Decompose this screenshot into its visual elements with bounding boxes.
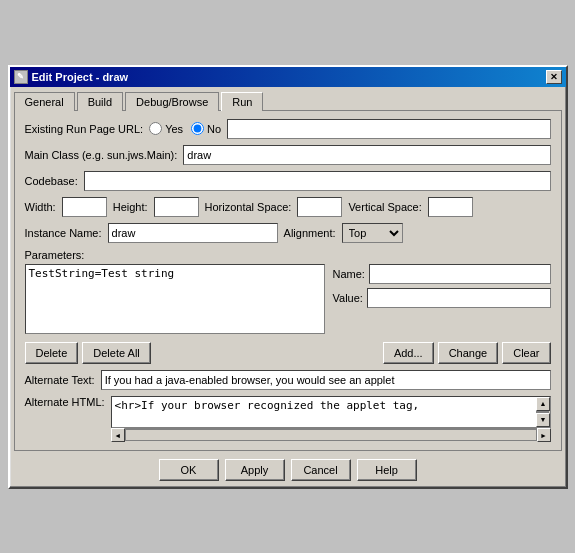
alternate-html-textarea[interactable]: <hr>If your browser recognized the apple… [112,397,536,427]
radio-yes[interactable] [149,122,162,135]
parameters-body: TestString=Test string Name: Value: [25,264,551,334]
value-label: Value: [333,292,363,304]
alternate-text-input[interactable] [101,370,551,390]
bottom-buttons: OK Apply Cancel Help [10,451,566,487]
tab-content: Existing Run Page URL: Yes No Main Class… [14,110,562,451]
tab-build[interactable]: Build [77,92,123,111]
width-input[interactable] [62,197,107,217]
height-label: Height: [113,201,148,213]
instance-name-input[interactable] [108,223,278,243]
width-label: Width: [25,201,56,213]
main-class-input[interactable] [183,145,550,165]
title-bar-left: ✎ Edit Project - draw [14,70,129,84]
alignment-label: Alignment: [284,227,336,239]
apply-button[interactable]: Apply [225,459,285,481]
ok-button[interactable]: OK [159,459,219,481]
alternate-html-box: <hr>If your browser recognized the apple… [111,396,551,428]
scroll-left-arrow[interactable]: ◄ [111,428,125,442]
name-label: Name: [333,268,365,280]
window-icon: ✎ [14,70,28,84]
alternate-html-label: Alternate HTML: [25,396,105,408]
codebase-label: Codebase: [25,175,78,187]
parameters-section: Parameters: TestString=Test string Name:… [25,249,551,364]
param-right: Name: Value: [333,264,551,334]
add-button[interactable]: Add... [383,342,434,364]
param-actions-row: Delete Delete All Add... Change Clear [25,338,551,364]
dimensions-row: Width: Height: Horizontal Space: Vertica… [25,197,551,217]
alignment-select[interactable]: Top Bottom Left Right Middle [342,223,403,243]
main-window: ✎ Edit Project - draw ✕ General Build De… [8,65,568,489]
alternate-html-container-wrapper: <hr>If your browser recognized the apple… [111,396,551,442]
codebase-row: Codebase: [25,171,551,191]
tab-debug-browse[interactable]: Debug/Browse [125,92,219,111]
title-bar: ✎ Edit Project - draw ✕ [10,67,566,87]
scroll-up-arrow[interactable]: ▲ [536,397,550,411]
run-page-url-input[interactable] [227,119,550,139]
tab-bar: General Build Debug/Browse Run [10,87,566,110]
delete-button[interactable]: Delete [25,342,79,364]
close-button[interactable]: ✕ [546,70,562,84]
alternate-text-label: Alternate Text: [25,374,95,386]
radio-yes-label: Yes [165,123,183,135]
parameters-textarea[interactable]: TestString=Test string [25,264,325,334]
scroll-h-thumb[interactable] [125,429,537,441]
change-button[interactable]: Change [438,342,499,364]
radio-yes-option: Yes [149,122,183,135]
parameters-label: Parameters: [25,249,551,261]
codebase-input[interactable] [84,171,551,191]
scroll-down-arrow[interactable]: ▼ [536,413,550,427]
instance-alignment-row: Instance Name: Alignment: Top Bottom Lef… [25,223,551,243]
vertical-space-input[interactable] [428,197,473,217]
existing-run-page-url-label: Existing Run Page URL: [25,123,144,135]
existing-run-page-url-row: Existing Run Page URL: Yes No [25,119,551,139]
radio-no-label: No [207,123,221,135]
value-row: Value: [333,288,551,308]
tab-general[interactable]: General [14,92,75,111]
name-row: Name: [333,264,551,284]
scroll-right-arrow[interactable]: ► [537,428,551,442]
add-change-clear-buttons: Add... Change Clear [383,342,551,364]
alternate-text-section: Alternate Text: [25,370,551,390]
help-button[interactable]: Help [357,459,417,481]
radio-no-option: No [191,122,221,135]
vertical-space-label: Vertical Space: [348,201,421,213]
delete-all-button[interactable]: Delete All [82,342,150,364]
main-class-row: Main Class (e.g. sun.jws.Main): [25,145,551,165]
scrollbar-vertical[interactable]: ▲ ▼ [536,397,550,427]
alternate-html-section: Alternate HTML: <hr>If your browser reco… [25,396,551,442]
main-class-label: Main Class (e.g. sun.jws.Main): [25,149,178,161]
radio-group-url: Yes No [149,122,221,135]
tab-run[interactable]: Run [221,92,263,111]
horizontal-space-input[interactable] [297,197,342,217]
radio-no[interactable] [191,122,204,135]
scrollbar-horizontal[interactable]: ◄ ► [111,428,551,442]
name-input[interactable] [369,264,551,284]
horizontal-space-label: Horizontal Space: [205,201,292,213]
instance-name-label: Instance Name: [25,227,102,239]
value-input[interactable] [367,288,551,308]
delete-buttons: Delete Delete All [25,342,151,364]
height-input[interactable] [154,197,199,217]
cancel-button[interactable]: Cancel [291,459,351,481]
clear-button[interactable]: Clear [502,342,550,364]
window-title: Edit Project - draw [32,71,129,83]
